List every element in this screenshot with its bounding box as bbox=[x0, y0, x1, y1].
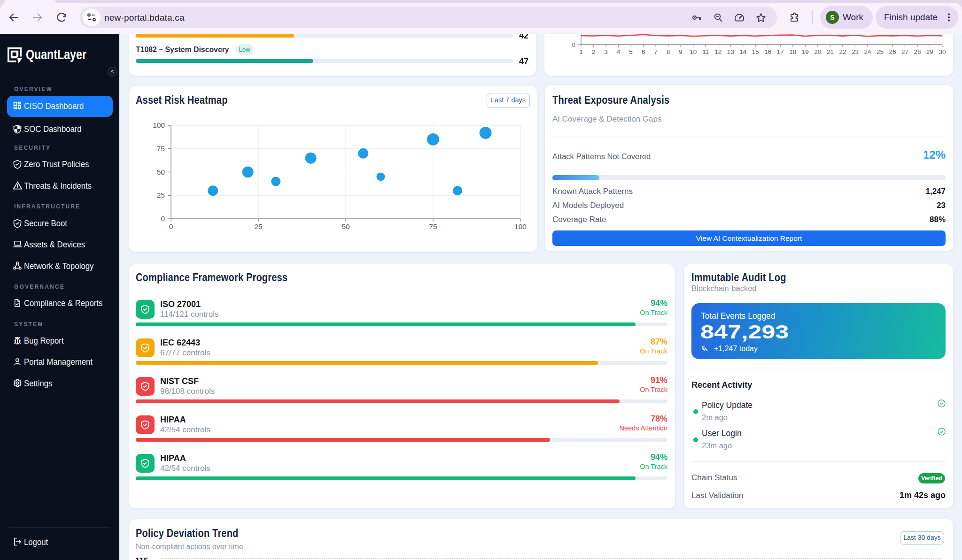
svg-text:100: 100 bbox=[514, 222, 527, 230]
svg-text:27: 27 bbox=[901, 48, 908, 55]
svg-text:24: 24 bbox=[864, 48, 871, 55]
svg-text:22: 22 bbox=[839, 48, 846, 55]
svg-text:1: 1 bbox=[579, 48, 583, 55]
svg-text:12: 12 bbox=[714, 48, 722, 55]
svg-text:8: 8 bbox=[667, 48, 670, 55]
svg-text:0: 0 bbox=[161, 215, 165, 222]
svg-text:50: 50 bbox=[341, 222, 350, 230]
svg-text:29: 29 bbox=[926, 48, 933, 55]
svg-text:25: 25 bbox=[254, 222, 262, 230]
svg-text:50: 50 bbox=[157, 168, 165, 176]
svg-text:75: 75 bbox=[429, 222, 437, 230]
svg-text:26: 26 bbox=[889, 48, 896, 55]
svg-text:2: 2 bbox=[592, 48, 596, 55]
svg-text:11: 11 bbox=[702, 48, 709, 55]
svg-text:100: 100 bbox=[153, 121, 165, 129]
svg-text:20: 20 bbox=[814, 48, 821, 55]
svg-text:19: 19 bbox=[802, 48, 809, 55]
svg-text:17: 17 bbox=[777, 48, 784, 55]
svg-text:75: 75 bbox=[157, 145, 165, 153]
svg-text:0: 0 bbox=[169, 222, 173, 230]
svg-text:30: 30 bbox=[939, 48, 946, 55]
svg-text:21: 21 bbox=[827, 48, 834, 55]
svg-text:5: 5 bbox=[629, 48, 633, 55]
svg-text:15: 15 bbox=[752, 48, 759, 55]
svg-text:0: 0 bbox=[572, 41, 575, 48]
svg-text:16: 16 bbox=[764, 48, 771, 55]
svg-text:3: 3 bbox=[604, 48, 608, 55]
svg-text:4: 4 bbox=[617, 48, 621, 55]
svg-text:9: 9 bbox=[679, 48, 683, 55]
svg-text:28: 28 bbox=[914, 48, 921, 55]
svg-text:25: 25 bbox=[157, 191, 165, 199]
svg-text:7: 7 bbox=[654, 48, 658, 55]
svg-text:10: 10 bbox=[690, 48, 697, 55]
svg-text:25: 25 bbox=[877, 48, 884, 55]
svg-text:23: 23 bbox=[852, 48, 859, 55]
svg-text:13: 13 bbox=[727, 48, 734, 55]
svg-text:18: 18 bbox=[789, 48, 796, 55]
svg-text:6: 6 bbox=[642, 48, 645, 55]
svg-text:14: 14 bbox=[739, 48, 747, 55]
